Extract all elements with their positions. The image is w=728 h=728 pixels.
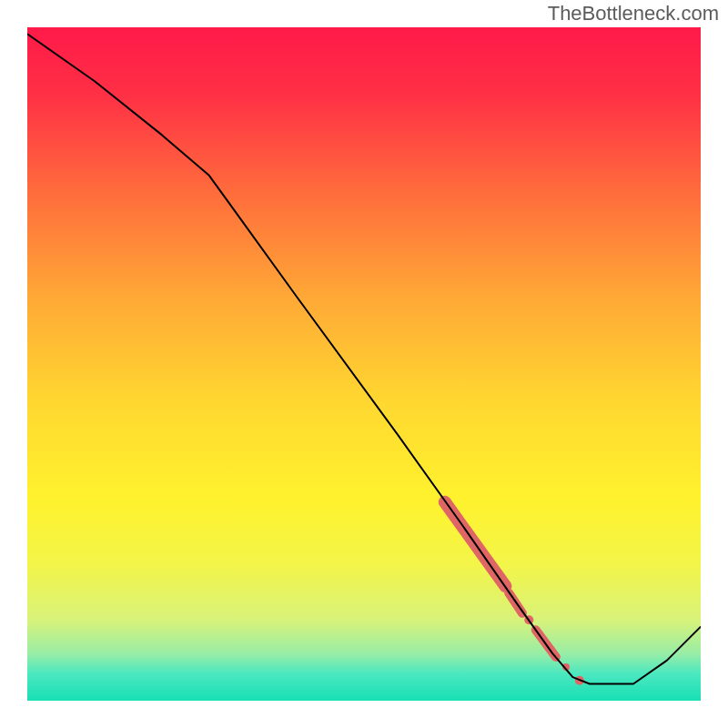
plot-background	[27, 27, 701, 701]
chart-container: TheBottleneck.com	[0, 0, 728, 728]
bottleneck-chart	[0, 0, 728, 728]
attribution-text: TheBottleneck.com	[548, 2, 719, 25]
